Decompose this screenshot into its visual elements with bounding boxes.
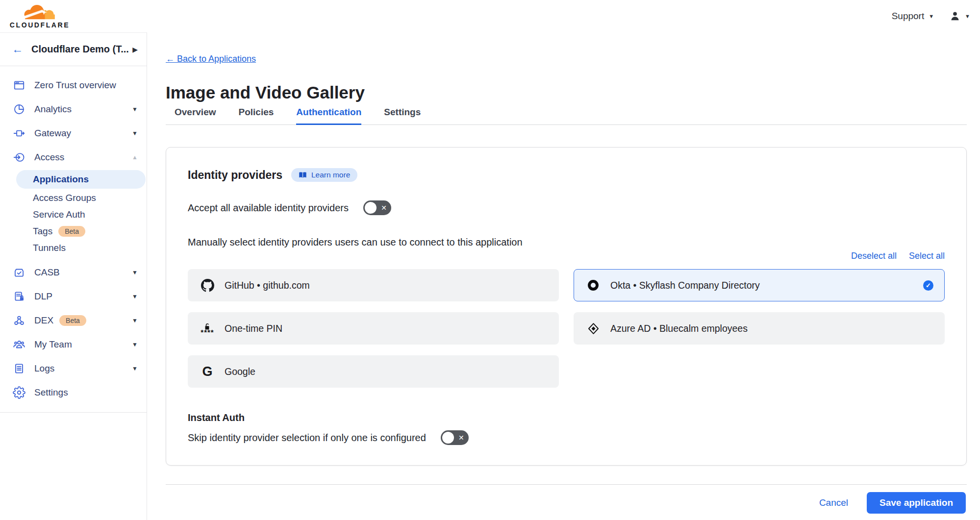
chevron-down-icon: ▼ [132,365,138,372]
sidebar-item-my-team[interactable]: My Team ▼ [0,332,147,356]
top-bar: CLOUDFLARE Support ▼ ▼ [0,0,980,32]
back-to-applications-link[interactable]: ← Back to Applications [166,54,256,64]
provider-label: Google [225,366,255,377]
toggle-knob [442,432,454,444]
gateway-icon [13,127,25,140]
tab-label: Overview [175,107,216,117]
book-icon [299,172,307,179]
back-arrow-icon[interactable]: ← [12,44,23,55]
cloudflare-cloud-icon [17,1,62,22]
sidebar-item-label: Access [34,152,64,163]
tab-policies[interactable]: Policies [239,107,274,125]
user-menu[interactable]: ▼ [949,10,970,23]
provider-tile-azure-ad-bluecalm-employees[interactable]: Azure AD • Bluecalm employees [574,312,945,345]
sidebar-account-header: ← Cloudflare Demo (T... ▶ [0,33,147,66]
sidebar-subitem-label: Tunnels [33,243,66,253]
chevron-down-icon: ▼ [132,269,138,276]
sidebar-item-label: CASB [34,267,60,278]
gear-icon [13,386,25,399]
beta-badge: Beta [59,315,86,326]
instant-auth-label: Skip identity provider selection if only… [188,432,426,444]
casb-icon [13,266,25,279]
provider-label: Okta • Skyflash Company Directory [610,280,760,291]
identity-providers-card: Identity providers Learn more Accept all… [166,147,967,466]
cloudflare-wordmark: CLOUDFLARE [7,21,73,29]
access-icon [13,151,25,164]
sidebar-item-service-auth[interactable]: Service Auth [0,206,147,223]
footer-divider [166,484,967,485]
support-menu[interactable]: Support ▼ [892,11,934,22]
tab-label: Policies [239,107,274,117]
chevron-down-icon: ▼ [132,341,138,348]
dlp-icon [13,290,25,303]
page-title: Image and Video Gallery [166,83,365,102]
sidebar-item-casb[interactable]: CASB ▼ [0,260,147,284]
sidebar: ← Cloudflare Demo (T... ▶ Zero Trust ove… [0,32,147,520]
chevron-down-icon: ▼ [132,130,138,137]
sidebar-item-settings[interactable]: Settings [0,380,147,404]
sidebar-item-label: My Team [34,339,72,350]
accept-idp-label: Accept all available identity providers [188,202,349,214]
one-time-pin-icon: **** [200,322,215,335]
sidebar-item-applications[interactable]: Applications [16,170,146,189]
learn-more-badge[interactable]: Learn more [291,168,357,182]
provider-tile-github-github-com[interactable]: GitHub • github.com [188,269,559,301]
chevron-right-icon[interactable]: ▶ [132,46,138,53]
provider-grid: GitHub • github.com Okta • Skyflash Comp… [188,269,945,388]
sidebar-item-access[interactable]: Access ▲ [0,145,147,169]
chevron-down-icon: ▼ [965,13,970,19]
sidebar-item-logs[interactable]: Logs ▼ [0,356,147,380]
sidebar-item-gateway[interactable]: Gateway ▼ [0,121,147,145]
provider-tile-one-time-pin[interactable]: **** One-time PIN [188,312,559,345]
sidebar-item-analytics[interactable]: Analytics ▼ [0,97,147,121]
provider-label: One-time PIN [225,323,282,334]
tab-overview[interactable]: Overview [175,107,216,125]
chevron-down-icon: ▼ [132,317,138,324]
tab-bar: Overview Policies Authentication Setting… [166,107,967,125]
toggle-x-icon: ✕ [458,434,464,441]
deselect-all-link[interactable]: Deselect all [851,251,897,261]
sidebar-item-tags[interactable]: Tags Beta [0,223,147,240]
provider-label: Azure AD • Bluecalm employees [610,323,748,334]
okta-icon [586,279,601,292]
sidebar-item-label: Zero Trust overview [34,80,116,91]
toggle-x-icon: ✕ [381,204,387,211]
tab-settings[interactable]: Settings [384,107,421,125]
chevron-down-icon: ▼ [929,13,934,19]
sidebar-item-label: Logs [34,363,54,374]
sidebar-item-zero-trust-overview[interactable]: Zero Trust overview [0,73,147,97]
select-all-link[interactable]: Select all [909,251,945,261]
chevron-up-icon: ▲ [132,154,138,161]
cancel-button[interactable]: Cancel [819,497,848,508]
sidebar-item-label: Analytics [34,104,72,115]
accept-idp-toggle[interactable]: ✕ [363,200,391,215]
sidebar-item-access-groups[interactable]: Access Groups [0,190,147,206]
sidebar-item-label: DLP [34,291,52,302]
google-icon: G [200,365,215,378]
sidebar-item-tunnels[interactable]: Tunnels [0,240,147,256]
chevron-down-icon: ▼ [132,106,138,113]
tab-authentication[interactable]: Authentication [296,107,361,125]
sidebar-item-label: DEX [34,315,53,326]
sidebar-item-dlp[interactable]: DLP ▼ [0,284,147,308]
selected-check-icon: ✓ [923,280,933,291]
support-label: Support [892,11,925,22]
provider-tile-google[interactable]: G Google [188,355,559,388]
beta-badge: Beta [58,226,85,237]
azure-ad-icon [586,322,601,335]
tab-label: Settings [384,107,421,117]
provider-tile-okta-skyflash-company-directory[interactable]: Okta • Skyflash Company Directory ✓ [574,269,945,301]
toggle-knob [365,202,377,214]
team-icon [13,338,25,351]
instant-auth-heading: Instant Auth [188,412,945,423]
instant-auth-toggle[interactable]: ✕ [441,430,469,445]
dex-icon [13,314,25,327]
account-name[interactable]: Cloudflare Demo (T... [31,44,132,55]
pie-chart-icon [13,103,25,116]
logs-icon [13,362,25,375]
sidebar-item-label: Gateway [34,128,71,139]
access-subnav: Applications Access Groups Service Auth … [0,170,147,256]
sidebar-item-dex[interactable]: DEX Beta ▼ [0,308,147,332]
tab-label: Authentication [296,107,361,117]
save-application-button[interactable]: Save application [867,492,966,514]
